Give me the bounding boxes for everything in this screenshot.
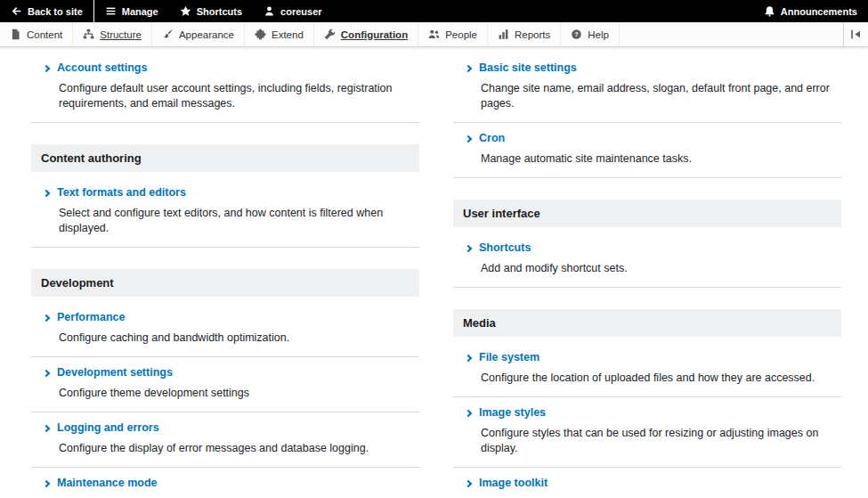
help-circle-icon: ? bbox=[571, 29, 582, 40]
left-column: Account settings Configure default user … bbox=[31, 53, 419, 498]
config-description: Configure the location of uploaded files… bbox=[453, 371, 841, 386]
config-item-basic-site-settings: Basic site settings Change site name, em… bbox=[453, 53, 841, 123]
config-description: Add and modify shortcut sets. bbox=[453, 261, 841, 276]
config-item-account-settings: Account settings Configure default user … bbox=[31, 53, 419, 123]
chevron-right-icon bbox=[465, 410, 472, 417]
config-item-file-system: File system Configure the location of up… bbox=[453, 342, 841, 397]
tab-appearance[interactable]: Appearance bbox=[152, 22, 245, 46]
manage-tabs-bar: Content Structure Appearance Extend Conf… bbox=[0, 22, 868, 47]
config-description: Configure the display of error messages … bbox=[31, 441, 419, 456]
section-header: Media bbox=[453, 309, 841, 337]
section-user-interface: User interface Shortcuts Add and modify … bbox=[453, 200, 841, 288]
admin-toolbar: Back to site Manage Shortcuts coreuser A… bbox=[0, 0, 868, 22]
section-content-authoring: Content authoring Text formats and edito… bbox=[31, 144, 419, 248]
back-to-site-button[interactable]: Back to site bbox=[0, 0, 93, 22]
tab-content-label: Content bbox=[27, 29, 62, 40]
config-link-label: Logging and errors bbox=[57, 421, 159, 435]
manage-toolbar-tab[interactable]: Manage bbox=[93, 0, 169, 22]
config-link-image-styles[interactable]: Image styles bbox=[453, 406, 841, 420]
config-description: Manage automatic site maintenance tasks. bbox=[453, 151, 841, 167]
chevron-right-icon bbox=[43, 314, 50, 322]
config-description: Change site name, email address, slogan,… bbox=[453, 81, 841, 111]
config-link-development-settings[interactable]: Development settings bbox=[31, 366, 419, 380]
username-label: coreuser bbox=[280, 6, 321, 17]
config-link-cron[interactable]: Cron bbox=[453, 132, 841, 145]
paintbrush-icon bbox=[162, 29, 174, 40]
chevron-right-icon bbox=[465, 245, 472, 252]
admin-toolbar-right: Announcements bbox=[753, 0, 868, 22]
tab-people-label: People bbox=[445, 29, 477, 40]
toolbar-orientation-toggle[interactable] bbox=[843, 22, 868, 46]
section-header: Development bbox=[31, 269, 419, 297]
tab-configuration-label: Configuration bbox=[341, 29, 408, 40]
section-system-partial: Basic site settings Change site name, em… bbox=[453, 53, 841, 178]
config-link-file-system[interactable]: File system bbox=[453, 351, 841, 364]
config-link-account-settings[interactable]: Account settings bbox=[31, 61, 419, 75]
file-icon bbox=[10, 29, 21, 40]
chevron-right-icon bbox=[465, 65, 472, 72]
config-item-image-styles: Image styles Configure styles that can b… bbox=[453, 397, 841, 468]
section-development: Development Performance Configure cachin… bbox=[31, 269, 419, 498]
config-item-cron: Cron Manage automatic site maintenance t… bbox=[453, 123, 841, 178]
wrench-icon bbox=[324, 29, 336, 40]
config-link-performance[interactable]: Performance bbox=[31, 311, 419, 324]
config-link-label: Text formats and editors bbox=[57, 186, 186, 200]
chevron-right-icon bbox=[465, 480, 472, 487]
tab-configuration[interactable]: Configuration bbox=[314, 22, 418, 46]
people-icon bbox=[428, 29, 440, 40]
config-link-image-toolkit[interactable]: Image toolkit bbox=[453, 477, 841, 490]
manage-bar-spacer bbox=[620, 22, 843, 46]
tab-structure[interactable]: Structure bbox=[73, 22, 152, 46]
tab-people[interactable]: People bbox=[418, 22, 488, 46]
star-icon bbox=[180, 5, 191, 17]
tab-help[interactable]: ? Help bbox=[561, 22, 620, 46]
back-arrow-icon bbox=[11, 5, 22, 17]
user-account-toolbar-tab[interactable]: coreuser bbox=[253, 0, 332, 22]
config-link-label: Maintenance mode bbox=[57, 477, 158, 490]
config-link-shortcuts[interactable]: Shortcuts bbox=[453, 241, 841, 255]
config-link-label: Performance bbox=[57, 311, 125, 324]
chevron-right-icon bbox=[43, 425, 50, 432]
config-link-logging-and-errors[interactable]: Logging and errors bbox=[31, 421, 419, 435]
announcements-button[interactable]: Announcements bbox=[753, 0, 868, 22]
section-header: Content authoring bbox=[31, 144, 419, 172]
config-description: Select and configure text editors, and h… bbox=[31, 206, 419, 236]
config-link-label: Development settings bbox=[57, 366, 173, 380]
svg-text:?: ? bbox=[575, 30, 580, 38]
chevron-right-icon bbox=[465, 355, 472, 362]
config-link-label: Basic site settings bbox=[479, 61, 577, 75]
config-item-text-formats: Text formats and editors Select and conf… bbox=[31, 177, 419, 248]
config-link-maintenance-mode[interactable]: Maintenance mode bbox=[31, 477, 419, 490]
tab-reports[interactable]: Reports bbox=[488, 22, 561, 46]
config-item-development-settings: Development settings Configure theme dev… bbox=[31, 357, 419, 412]
config-description: Configure caching and bandwidth optimiza… bbox=[31, 331, 419, 346]
tab-reports-label: Reports bbox=[515, 29, 550, 40]
chevron-right-icon bbox=[43, 480, 50, 487]
sitemap-icon bbox=[83, 29, 94, 40]
tab-content[interactable]: Content bbox=[0, 22, 73, 46]
config-link-text-formats-and-editors[interactable]: Text formats and editors bbox=[31, 186, 419, 200]
config-description: Configure theme development settings bbox=[31, 386, 419, 401]
config-description: Configure default user account settings,… bbox=[31, 81, 419, 111]
config-item-shortcuts: Shortcuts Add and modify shortcut sets. bbox=[453, 233, 841, 288]
toolbar-collapse-icon bbox=[850, 29, 862, 40]
back-to-site-label: Back to site bbox=[28, 6, 83, 17]
section-people-partial: Account settings Configure default user … bbox=[31, 53, 419, 123]
config-description: Configure styles that can be used for re… bbox=[453, 426, 841, 456]
bell-icon bbox=[764, 5, 775, 17]
config-link-label: Image styles bbox=[479, 406, 546, 420]
config-item-performance: Performance Configure caching and bandwi… bbox=[31, 302, 419, 357]
tab-appearance-label: Appearance bbox=[179, 29, 234, 40]
config-link-label: Account settings bbox=[57, 61, 147, 75]
tab-extend[interactable]: Extend bbox=[245, 22, 314, 46]
config-link-basic-site-settings[interactable]: Basic site settings bbox=[453, 61, 841, 75]
chevron-right-icon bbox=[43, 190, 50, 197]
config-item-image-toolkit: Image toolkit Choose which image toolkit… bbox=[453, 468, 841, 498]
chevron-right-icon bbox=[43, 65, 50, 72]
section-header: User interface bbox=[453, 200, 841, 227]
config-link-label: Shortcuts bbox=[479, 241, 531, 255]
tab-extend-label: Extend bbox=[272, 29, 304, 40]
chart-bars-icon bbox=[498, 29, 509, 40]
shortcuts-toolbar-tab[interactable]: Shortcuts bbox=[169, 0, 253, 22]
configuration-page: Account settings Configure default user … bbox=[0, 47, 868, 498]
